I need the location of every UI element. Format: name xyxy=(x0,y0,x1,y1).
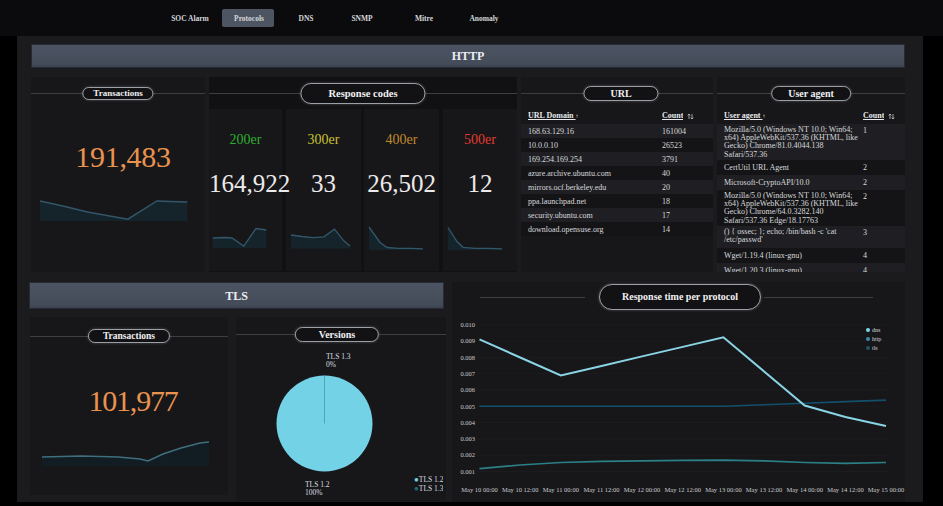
svg-text:May 14 12:00: May 14 12:00 xyxy=(827,486,863,493)
svg-text:0.007: 0.007 xyxy=(460,370,475,377)
svg-text:dns: dns xyxy=(872,327,881,333)
svg-text:0.005: 0.005 xyxy=(460,403,475,410)
svg-text:May 14 00:00: May 14 00:00 xyxy=(786,486,822,493)
svg-text:0.009: 0.009 xyxy=(460,337,475,344)
svg-text:http: http xyxy=(872,336,881,342)
svg-text:May 10 12:00: May 10 12:00 xyxy=(502,486,538,493)
svg-text:0.003: 0.003 xyxy=(460,435,475,442)
svg-text:0.002: 0.002 xyxy=(460,451,475,458)
svg-text:0.001: 0.001 xyxy=(460,468,475,475)
svg-text:tls: tls xyxy=(872,345,878,351)
svg-text:May 10 00:00: May 10 00:00 xyxy=(461,486,497,493)
svg-text:May 11 12:00: May 11 12:00 xyxy=(583,486,619,493)
svg-text:May 11 00:00: May 11 00:00 xyxy=(543,486,579,493)
svg-text:May 13 12:00: May 13 12:00 xyxy=(746,486,782,493)
svg-text:May 12 12:00: May 12 12:00 xyxy=(665,486,701,493)
svg-text:May 15 00:00: May 15 00:00 xyxy=(868,486,904,493)
svg-text:0.008: 0.008 xyxy=(460,354,475,361)
svg-text:May 12 00:00: May 12 00:00 xyxy=(624,486,660,493)
svg-text:May 13 00:00: May 13 00:00 xyxy=(705,486,741,493)
svg-text:0.006: 0.006 xyxy=(460,386,475,393)
svg-text:0.010: 0.010 xyxy=(460,321,475,328)
svg-text:0.004: 0.004 xyxy=(460,419,475,426)
